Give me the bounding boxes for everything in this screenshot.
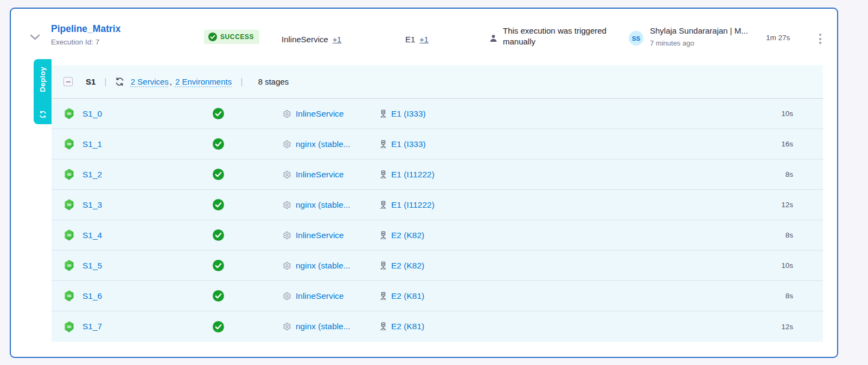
svg-text:∞: ∞	[67, 171, 72, 178]
environment-link[interactable]: E2 (K81)	[391, 322, 424, 331]
stage-name-link[interactable]: S1_0	[82, 109, 102, 119]
title-block: Pipeline_Matrix Execution Id: 7	[51, 23, 120, 46]
user-silhouette-icon	[489, 34, 498, 45]
stage-hexagon-icon: ∞	[63, 321, 75, 333]
user-name: Shylaja Sundararajan | M...	[650, 26, 748, 35]
environments-summary: E1 +1	[405, 35, 429, 44]
total-duration: 1m 27s	[766, 34, 790, 42]
environment-icon	[379, 110, 387, 118]
service-link[interactable]: InlineService	[296, 291, 344, 301]
stage-row: ∞ S1_7 nginx (stable...	[52, 311, 823, 342]
environment-link[interactable]: E1 (I11222)	[391, 200, 435, 210]
services-summary-name: InlineService	[282, 35, 328, 44]
status-check-icon	[213, 321, 224, 332]
environment-link[interactable]: E2 (K81)	[391, 291, 424, 301]
stage-duration: 16s	[728, 140, 823, 148]
execution-id-label: Execution Id: 7	[51, 38, 120, 46]
services-count-link[interactable]: 2 Services	[131, 77, 169, 86]
matrix-group-name: S1	[86, 77, 95, 86]
environment-icon	[379, 292, 387, 300]
status-check-icon	[213, 199, 224, 210]
stage-row: ∞ S1_6 InlineService	[52, 281, 823, 311]
stage-tab-deploy[interactable]: Deploy	[34, 59, 52, 124]
status-text: SUCCESS	[220, 33, 254, 41]
environment-link[interactable]: E1 (I11222)	[391, 170, 435, 180]
execution-time-ago: 7 minutes ago	[650, 39, 748, 47]
more-options-button[interactable]	[817, 31, 824, 46]
services-more-link[interactable]: +1	[333, 35, 342, 44]
service-link[interactable]: InlineService	[296, 230, 344, 240]
service-link[interactable]: nginx (stable...	[296, 261, 350, 271]
stage-duration: 10s	[728, 261, 823, 270]
stage-row: ∞ S1_0 InlineService	[52, 99, 823, 129]
status-check-icon	[213, 138, 224, 150]
gear-icon	[283, 201, 291, 209]
environment-icon	[379, 261, 387, 270]
environment-icon	[379, 322, 387, 331]
matrix-stage-table: S1 | 2 Services , 2 Environments | 8 sta…	[52, 65, 823, 342]
stage-name-link[interactable]: S1_4	[82, 230, 102, 240]
execution-card: Pipeline_Matrix Execution Id: 7 SUCCESS …	[10, 8, 838, 358]
gear-icon	[283, 231, 291, 240]
environment-icon	[379, 201, 387, 209]
collapse-button[interactable]	[63, 77, 73, 86]
environment-link[interactable]: E1 (I333)	[391, 109, 426, 119]
stage-name-link[interactable]: S1_7	[82, 322, 102, 331]
pipeline-name-link[interactable]: Pipeline_Matrix	[51, 23, 120, 35]
status-check-icon	[213, 229, 224, 241]
comma: ,	[170, 77, 172, 86]
matrix-rows: ∞ S1_0 InlineService	[52, 99, 823, 342]
gear-icon	[283, 261, 291, 270]
stage-row: ∞ S1_4 InlineService	[52, 220, 823, 251]
svg-text:∞: ∞	[67, 110, 72, 117]
service-link[interactable]: InlineService	[296, 109, 344, 119]
status-check-icon	[213, 290, 224, 302]
environments-summary-name: E1	[405, 35, 415, 44]
gear-icon	[283, 170, 291, 179]
stage-hexagon-icon: ∞	[63, 259, 75, 272]
environments-more-link[interactable]: +1	[419, 35, 429, 44]
stage-name-link[interactable]: S1_5	[82, 261, 102, 271]
stage-row: ∞ S1_1 nginx (stable...	[52, 129, 823, 159]
stage-name-link[interactable]: S1_2	[82, 170, 102, 180]
services-summary: InlineService +1	[282, 35, 341, 44]
stage-duration: 8s	[728, 231, 823, 239]
stage-count-label: 8 stages	[258, 77, 289, 86]
chevron-down-icon[interactable]	[29, 34, 41, 43]
service-link[interactable]: nginx (stable...	[296, 139, 350, 149]
matrix-loop-icon	[114, 76, 125, 87]
stage-tab-label: Deploy	[39, 67, 47, 92]
stage-row: ∞ S1_5 nginx (stable...	[52, 251, 823, 281]
gear-icon	[283, 292, 291, 300]
stage-hexagon-icon: ∞	[63, 168, 75, 181]
stage-hexagon-icon: ∞	[63, 290, 75, 302]
status-check-icon	[213, 169, 224, 180]
stage-row: ∞ S1_2 InlineService	[52, 159, 823, 190]
environment-link[interactable]: E2 (K82)	[391, 261, 424, 271]
stage-duration: 12s	[728, 201, 823, 209]
stage-hexagon-icon: ∞	[63, 107, 75, 120]
user-avatar[interactable]: SS	[629, 31, 643, 46]
svg-text:∞: ∞	[67, 140, 72, 148]
stage-name-link[interactable]: S1_6	[82, 291, 102, 301]
service-link[interactable]: InlineService	[296, 170, 344, 180]
svg-text:∞: ∞	[67, 323, 72, 330]
svg-text:∞: ∞	[67, 292, 72, 299]
gear-icon	[283, 322, 291, 331]
environment-icon	[379, 170, 387, 179]
environment-link[interactable]: E2 (K82)	[391, 230, 424, 240]
status-check-icon	[213, 260, 224, 271]
stage-name-link[interactable]: S1_3	[82, 200, 102, 210]
stage-duration: 10s	[728, 110, 823, 118]
environment-link[interactable]: E1 (I333)	[391, 139, 426, 149]
service-link[interactable]: nginx (stable...	[296, 200, 350, 210]
svg-text:∞: ∞	[67, 201, 72, 208]
service-link[interactable]: nginx (stable...	[296, 322, 350, 331]
environment-icon	[379, 231, 387, 240]
stage-name-link[interactable]: S1_1	[82, 139, 102, 149]
trigger-description: This execution was triggered manually	[503, 25, 629, 48]
environments-count-link[interactable]: 2 Environments	[175, 77, 232, 86]
divider: |	[104, 76, 106, 87]
environment-icon	[379, 140, 387, 149]
svg-text:∞: ∞	[67, 232, 72, 239]
